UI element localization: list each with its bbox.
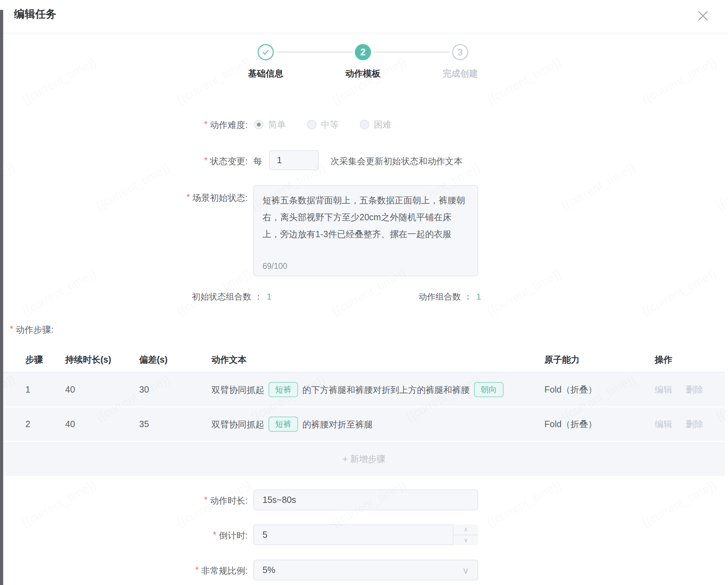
cell-action-text: 双臂协同抓起短裤的裤腰对折至裤腿 (211, 417, 544, 432)
edit-task-dialog: 编辑任务 2 3 基础信息 动作模板 完成创建 * 动作难度: 简单 中等 困 (0, 0, 728, 585)
unusual-ratio-label: * 非常规比例: (195, 565, 248, 577)
spinner-up-button[interactable]: ∧ (454, 524, 478, 535)
radio-option-hard[interactable]: 困难 (360, 119, 391, 130)
close-button[interactable] (695, 8, 711, 24)
chevron-down-icon: ∨ (462, 565, 469, 576)
cell-step: 2 (25, 419, 65, 429)
col-header-step: 步骤 (25, 354, 65, 365)
cell-ability: Fold（折叠） (544, 384, 655, 395)
initial-state-textarea[interactable]: 短裤五条数据背面朝上，五条数据正面朝上，裤腰朝右，离头部视野下方至少20cm之外… (253, 185, 478, 276)
chevron-up-icon: ∧ (464, 526, 468, 533)
char-counter: 69/100 (263, 261, 287, 271)
chevron-down-icon: ∨ (464, 536, 468, 544)
close-icon (697, 10, 709, 22)
add-step-button[interactable]: + 新增步骤 (3, 442, 725, 476)
countdown-label: * 倒计时: (213, 530, 248, 541)
cell-step: 1 (25, 384, 65, 395)
initial-state-label: * 场景初始状态: (186, 192, 248, 204)
step-1-label: 基础信息 (223, 68, 308, 79)
step-3-circle[interactable]: 3 (452, 44, 468, 60)
delete-link[interactable]: 删除 (686, 384, 703, 394)
step-1-circle[interactable] (258, 44, 274, 60)
step-connector-2 (374, 51, 450, 53)
cell-duration: 40 (65, 384, 139, 395)
action-combo-value: 1 (476, 292, 481, 301)
step-2-circle[interactable]: 2 (355, 44, 371, 60)
unusual-ratio-select[interactable]: 5% ∨ (253, 560, 478, 580)
difficulty-radio-group: 简单 中等 困难 (254, 119, 391, 130)
cell-ops: 编辑删除 (655, 418, 725, 430)
edit-link[interactable]: 编辑 (655, 384, 672, 394)
table-row: 1 40 30 双臂协同抓起短裤的下方裤腿和裤腰对折到上方的裤腿和裤腰朝向 Fo… (3, 372, 725, 406)
required-mark: * (204, 119, 208, 129)
countdown-input[interactable]: 5 ∧ ∨ (253, 524, 478, 545)
required-mark: * (186, 192, 190, 202)
required-mark: * (10, 324, 13, 335)
col-header-deviation: 偏差(s) (139, 354, 211, 365)
object-tag: 短裤 (269, 382, 298, 397)
cell-deviation: 35 (139, 419, 211, 429)
col-header-text: 动作文本 (211, 354, 544, 365)
spinner-down-button[interactable]: ∨ (454, 535, 478, 546)
cell-ops: 编辑删除 (655, 384, 725, 395)
col-header-ability: 原子能力 (544, 354, 655, 365)
required-mark: * (213, 530, 216, 540)
table-header: 步骤 持续时长(s) 偏差(s) 动作文本 原子能力 操作 (3, 347, 725, 372)
col-header-ops: 操作 (655, 354, 725, 365)
initial-combo-count: 初始状态组合数：1 (192, 291, 271, 302)
delete-link[interactable]: 删除 (686, 419, 703, 429)
edit-link[interactable]: 编辑 (655, 419, 672, 429)
orientation-tag: 朝向 (474, 382, 504, 397)
radio-icon-selected[interactable] (254, 120, 264, 129)
number-spinner: ∧ ∨ (453, 524, 478, 545)
initial-combo-value: 1 (267, 292, 271, 301)
cell-ability: Fold（折叠） (544, 418, 655, 430)
step-3-label: 完成创建 (418, 68, 502, 79)
radio-option-medium[interactable]: 中等 (307, 119, 339, 130)
state-change-label: * 状态变更: (204, 155, 248, 167)
action-combo-count: 动作组合数：1 (419, 291, 481, 302)
action-duration-input[interactable]: 15s~80s (253, 489, 478, 510)
step-2-label: 动作模板 (321, 68, 405, 79)
cell-action-text: 双臂协同抓起短裤的下方裤腿和裤腰对折到上方的裤腿和裤腰朝向 (211, 382, 544, 397)
check-icon (261, 48, 270, 56)
action-steps-label: * 动作步骤: (10, 324, 54, 335)
overlay-edge (0, 10, 3, 585)
state-change-prefix: 每 (253, 155, 262, 167)
state-change-suffix: 次采集会更新初始状态和动作文本 (331, 155, 463, 167)
object-tag: 短裤 (269, 417, 298, 432)
dialog-title: 编辑任务 (14, 7, 56, 21)
step-connector-1 (277, 51, 353, 53)
cell-deviation: 30 (139, 384, 211, 395)
state-change-input[interactable]: 1 (269, 150, 319, 170)
required-mark: * (204, 155, 208, 166)
table-row: 2 40 35 双臂协同抓起短裤的裤腰对折至裤腿 Fold（折叠） 编辑删除 (3, 407, 725, 441)
action-duration-label: * 动作时长: (204, 495, 248, 506)
initial-state-value: 短裤五条数据背面朝上，五条数据正面朝上，裤腰朝右，离头部视野下方至少20cm之外… (254, 186, 477, 242)
radio-option-easy[interactable]: 简单 (254, 119, 286, 130)
radio-icon[interactable] (307, 120, 316, 129)
cell-duration: 40 (65, 419, 139, 429)
header-divider (3, 33, 728, 33)
col-header-duration: 持续时长(s) (65, 354, 139, 365)
required-mark: * (195, 565, 199, 575)
radio-icon[interactable] (360, 120, 369, 129)
required-mark: * (204, 495, 208, 505)
difficulty-label: * 动作难度: (204, 119, 248, 131)
